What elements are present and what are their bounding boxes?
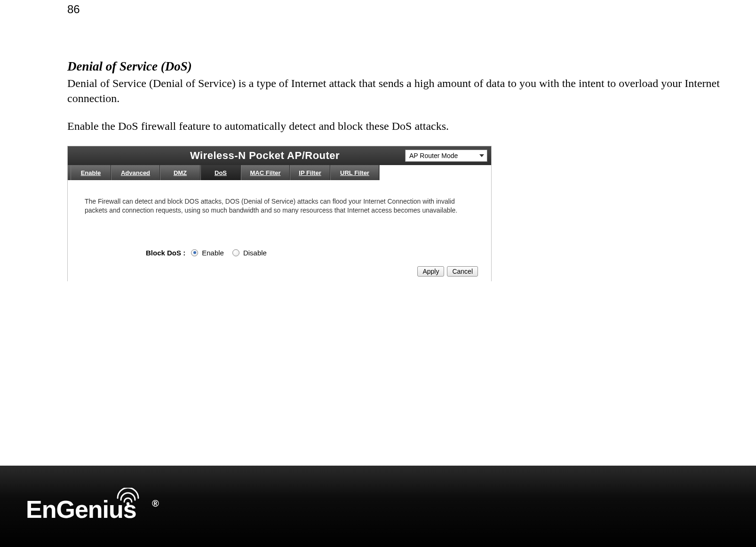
router-admin-panel: Wireless-N Pocket AP/Router AP Router Mo… [67, 146, 492, 281]
button-row: Apply Cancel [85, 266, 478, 277]
page-content: Denial of Service (DoS) Denial of Servic… [67, 59, 735, 281]
apply-button[interactable]: Apply [417, 266, 444, 277]
tab-mac-filter[interactable]: MAC Filter [241, 165, 290, 180]
paragraph-1: Denial of Service (Denial of Service) is… [67, 76, 731, 106]
engenius-logo-svg: EnGenius ® [26, 488, 167, 525]
section-title: Denial of Service (DoS) [67, 59, 735, 74]
tab-url-filter[interactable]: URL Filter [330, 165, 379, 180]
paragraph-2: Enable the DoS firewall feature to autom… [67, 119, 731, 134]
svg-point-1 [127, 502, 129, 505]
page-number: 86 [67, 3, 80, 16]
tab-label: DMZ [174, 169, 187, 176]
router-title: Wireless-N Pocket AP/Router [190, 150, 340, 162]
radio-enable[interactable] [191, 249, 198, 256]
block-dos-row: Block DoS : Enable Disable [146, 249, 474, 257]
svg-text:®: ® [152, 498, 159, 508]
radio-disable-label: Disable [243, 249, 267, 257]
radio-enable-label: Enable [202, 249, 224, 257]
chevron-down-icon [479, 154, 484, 157]
panel-description: The Firewall can detect and block DOS at… [85, 197, 474, 215]
radio-dot-icon [193, 251, 196, 254]
tab-ip-filter[interactable]: IP Filter [290, 165, 330, 180]
mode-select[interactable]: AP Router Mode [405, 150, 487, 162]
svg-text:EnGenius: EnGenius [26, 496, 136, 523]
tab-trail [379, 165, 491, 180]
tab-advanced[interactable]: Advanced [111, 165, 160, 180]
block-dos-label: Block DoS : [146, 249, 185, 257]
cancel-button[interactable]: Cancel [447, 266, 478, 277]
engenius-logo: EnGenius ® [26, 488, 167, 525]
tab-label: URL Filter [340, 169, 369, 176]
tab-label: MAC Filter [250, 169, 281, 176]
tab-label: IP Filter [299, 169, 321, 176]
tab-label: Enable [81, 169, 101, 176]
tab-label: Advanced [121, 169, 150, 176]
tab-label: DoS [215, 169, 227, 176]
mode-select-value: AP Router Mode [409, 152, 458, 159]
radio-disable[interactable] [232, 249, 239, 256]
panel-body: The Firewall can detect and block DOS at… [68, 180, 491, 281]
tab-enable[interactable]: Enable [71, 165, 111, 180]
tab-row: Enable Advanced DMZ DoS MAC Filter IP Fi… [68, 165, 491, 180]
tab-dmz[interactable]: DMZ [160, 165, 200, 180]
router-header: Wireless-N Pocket AP/Router AP Router Mo… [68, 146, 491, 165]
tab-dos[interactable]: DoS [200, 165, 241, 180]
footer-bar: EnGenius ® [0, 466, 756, 547]
